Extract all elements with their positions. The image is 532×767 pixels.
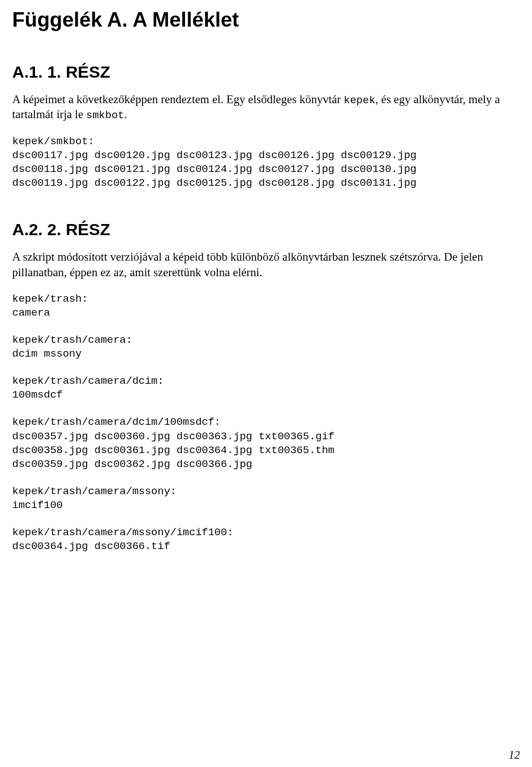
text-run: A képeimet a következőképpen rendeztem e…: [12, 93, 344, 106]
listing-100msdcf: kepek/trash/camera/dcim/100msdcf: dsc003…: [12, 415, 520, 471]
page-title: Függelék A. A Melléklet: [12, 9, 520, 32]
page-number: 12: [509, 749, 520, 761]
section-1-paragraph: A képeimet a következőképpen rendeztem e…: [12, 92, 520, 123]
listing-trash: kepek/trash: camera: [12, 292, 520, 320]
text-run: .: [124, 108, 127, 121]
listing-imcif100: kepek/trash/camera/mssony/imcif100: dsc0…: [12, 526, 520, 553]
listing-camera: kepek/trash/camera: dcim mssony: [12, 333, 520, 361]
section-2-heading: A.2. 2. RÉSZ: [12, 220, 520, 238]
listing-mssony: kepek/trash/camera/mssony: imcif100: [12, 485, 520, 512]
section-1-heading: A.1. 1. RÉSZ: [12, 63, 520, 81]
section-2-paragraph: A szkript módosított verziójával a képei…: [12, 250, 520, 280]
inline-code: smkbot: [86, 109, 124, 121]
listing-smkbot: kepek/smkbot: dsc00117.jpg dsc00120.jpg …: [12, 135, 520, 190]
listing-dcim: kepek/trash/camera/dcim: 100msdcf: [12, 374, 520, 402]
inline-code: kepek: [344, 94, 375, 106]
